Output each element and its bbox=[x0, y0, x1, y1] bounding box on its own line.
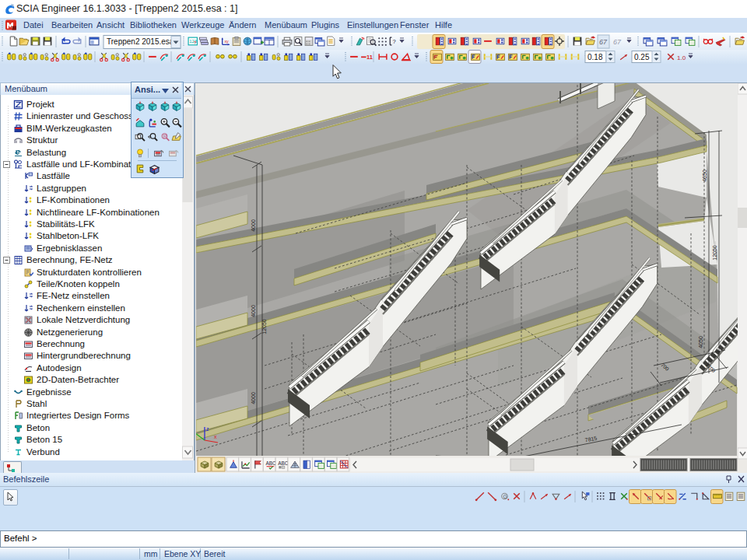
svg-text:G: G bbox=[503, 494, 507, 499]
svg-text:12050: 12050 bbox=[261, 319, 267, 334]
svg-text:ABC: ABC bbox=[278, 460, 289, 466]
svg-text:0.25: 0.25 bbox=[634, 53, 650, 61]
svg-text:67: 67 bbox=[599, 38, 608, 46]
svg-text:?: ? bbox=[392, 38, 395, 45]
svg-text:11: 11 bbox=[366, 54, 373, 61]
svg-text:4050: 4050 bbox=[702, 170, 707, 182]
svg-text:4000: 4000 bbox=[251, 305, 256, 317]
svg-text:xy: xy bbox=[224, 39, 229, 44]
svg-text:0.18: 0.18 bbox=[587, 53, 603, 61]
svg-text:Treppen2 2015.esa: Treppen2 2015.esa bbox=[107, 37, 174, 46]
svg-text:67: 67 bbox=[613, 38, 622, 46]
svg-text:4050: 4050 bbox=[698, 336, 703, 348]
svg-text:1.0: 1.0 bbox=[677, 54, 686, 61]
svg-text:x: x bbox=[214, 434, 217, 439]
svg-text:4000: 4000 bbox=[251, 219, 256, 232]
svg-text:z: z bbox=[206, 426, 209, 432]
svg-text:4000: 4000 bbox=[251, 392, 256, 404]
svg-text:12050: 12050 bbox=[712, 245, 717, 261]
svg-text:ABC: ABC bbox=[265, 460, 276, 466]
svg-text:MB: MB bbox=[156, 153, 160, 156]
